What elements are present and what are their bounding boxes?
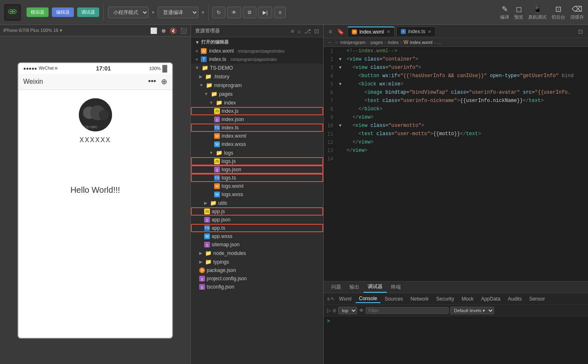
panel-git-icon[interactable]: ⎇ [304, 28, 311, 34]
console-eye-icon[interactable]: 👁 [359, 308, 364, 313]
record-icon[interactable]: ⏺ [161, 27, 166, 34]
open-editors-header[interactable]: ▼ 打开的编辑器 [191, 37, 323, 47]
devtools-tab-security[interactable]: Security [433, 295, 457, 303]
tab-wxml-close[interactable]: ✕ [387, 29, 390, 34]
close-icon-wxml[interactable]: ✕ [195, 49, 198, 53]
tree-item-app-ts[interactable]: TS app.ts [191, 224, 323, 232]
top-select[interactable]: top [338, 307, 357, 314]
tree-item-app-wxss[interactable]: W app.wxss [191, 232, 323, 240]
tree-item-logs-folder[interactable]: ▼ 📁 logs [191, 148, 323, 157]
tree-item-utils[interactable]: ▶ 📁 utils [191, 199, 323, 207]
open-file-item-wxml[interactable]: ✕ W index.wxml miniprogram/pages/index [191, 47, 323, 55]
tree-item-app-js[interactable]: JS app.js [191, 207, 323, 216]
collapse-10[interactable]: ▼ [338, 121, 345, 130]
preview-icon-button[interactable]: 👁 [227, 7, 241, 18]
fullscreen-icon[interactable]: ⬛ [180, 27, 187, 34]
tree-item-miniprogram[interactable]: ▼ 📁 miniprogram [191, 81, 323, 90]
tab-terminal[interactable]: 终端 [387, 282, 405, 292]
settings-button[interactable]: ⚙ [243, 7, 256, 18]
tree-item-logs-json[interactable]: {} logs.json [191, 165, 323, 174]
console-play-icon[interactable]: ▷ [327, 308, 331, 313]
tree-item-logs-js[interactable]: JS logs.js [191, 157, 323, 165]
tree-root[interactable]: ▼ 📁 TS-DEMO [191, 63, 323, 72]
tree-item-app-json[interactable]: {} app.json [191, 216, 323, 224]
tree-item-project-config[interactable]: {} project.config.json [191, 274, 323, 283]
level-select[interactable]: Default levels ▾ [450, 307, 494, 314]
line-content-12: </view> [345, 138, 588, 146]
back-action[interactable]: ⊡ 切后台 [551, 5, 565, 20]
breadcrumb-ellipsis[interactable]: ... [437, 40, 441, 45]
tree-item-pages[interactable]: ▼ 📁 pages [191, 90, 323, 98]
stack-button[interactable]: ≡ [274, 7, 286, 18]
line-num-5: 5 [324, 80, 338, 88]
tree-item-index-folder[interactable]: ▼ 📁 index [191, 98, 323, 107]
devtools-tab-mock[interactable]: Mock [458, 295, 477, 303]
tree-item-index-js[interactable]: JS index.js [191, 107, 323, 115]
panel-menu-icon[interactable]: ≡ [291, 28, 294, 34]
tab-problems[interactable]: 问题 [327, 282, 345, 292]
nav-forward-icon[interactable]: → [334, 40, 339, 45]
tree-item-typings[interactable]: ▶ 📁 typings [191, 257, 323, 266]
tab-index-ts[interactable]: T index.ts ✕ [396, 27, 436, 36]
tree-item-index-wxml[interactable]: W index.wxml [191, 132, 323, 140]
nav-back-icon[interactable]: ← [328, 40, 332, 45]
devtools-tab-network[interactable]: Network [407, 295, 432, 303]
forward-button[interactable]: ▶| [258, 7, 272, 18]
open-file-item-ts[interactable]: ✕ T index.ts miniprogram/pages/index [191, 55, 323, 63]
clear-cache-action[interactable]: ⌫ 清缓存 [570, 5, 584, 20]
close-icon-ts[interactable]: ✕ [195, 57, 198, 62]
debugger-button[interactable]: 调试器 [77, 7, 99, 17]
devtools-menu-icon[interactable]: ≡ [327, 296, 330, 302]
more-icon[interactable]: ••• [148, 77, 156, 86]
collapse-3[interactable]: ▼ [338, 63, 345, 72]
devtools-tab-sources[interactable]: Sources [381, 295, 406, 303]
devtools-tab-console[interactable]: Console [356, 295, 381, 303]
compile-action[interactable]: ✎ 编译 [500, 5, 509, 20]
tree-item-logs-ts[interactable]: TS logs.ts [191, 174, 323, 182]
tree-item-logs-wxml[interactable]: W logs.wxml [191, 182, 323, 190]
panel-split-icon[interactable]: ⊡ [314, 28, 319, 34]
console-block-icon[interactable]: ⊘ [332, 308, 337, 313]
filter-input[interactable] [366, 307, 449, 314]
devtools-tab-audits[interactable]: Audits [505, 295, 525, 303]
real-device-action[interactable]: 📱 真机调试 [528, 5, 547, 20]
miniprogram-label: miniprogram [214, 83, 242, 88]
sidebar-toggle-icon[interactable]: ≡ [327, 27, 334, 36]
collapse-2[interactable]: ▼ [338, 55, 345, 63]
code-area[interactable]: 1 <!--index.wxml--> 2 ▼ <view class="con… [324, 47, 588, 281]
add-icon[interactable]: ⊕ [161, 77, 167, 86]
mode-select[interactable]: 小程序模式 插件模式 [108, 7, 149, 18]
tab-ts-close[interactable]: ✕ [428, 29, 431, 34]
rotate-icon[interactable]: ⬜ [150, 27, 157, 34]
breadcrumb-miniprogram[interactable]: miniprogram [340, 40, 366, 45]
preview-action[interactable]: ◻ 预览 [514, 5, 523, 20]
editor-button[interactable]: 编辑器 [52, 7, 74, 17]
refresh-button[interactable]: ↻ [212, 7, 225, 18]
tree-item-sitemap-json[interactable]: {} sitemap.json [191, 240, 323, 249]
tab-debugger[interactable]: 调试器 [364, 281, 387, 293]
tree-item-history[interactable]: ▶ 📁 .history [191, 72, 323, 81]
devtools-tab-sensor[interactable]: Sensor [526, 295, 548, 303]
mute-icon[interactable]: 🔇 [170, 27, 177, 34]
tab-output[interactable]: 输出 [345, 282, 364, 292]
bookmark-icon[interactable]: 🔖 [335, 27, 346, 36]
tree-item-index-ts[interactable]: TS index.ts [191, 124, 323, 132]
tree-item-node-modules[interactable]: ▶ 📁 node_modules [191, 249, 323, 257]
devtools-tab-appdata[interactable]: AppData [478, 295, 504, 303]
collapse-5[interactable]: ▼ [338, 80, 345, 88]
tree-item-index-json[interactable]: {} index.json [191, 115, 323, 124]
split-editor-icon[interactable]: ⊡ [576, 27, 585, 36]
tree-item-package-json[interactable]: ⚙ package.json [191, 266, 323, 274]
tree-item-logs-wxss[interactable]: W logs.wxss [191, 190, 323, 199]
tab-index-wxml[interactable]: W index.wxml ✕ [347, 27, 394, 36]
devtools-tab-wxml[interactable]: Wxml [336, 295, 355, 303]
devtools-inspect-icon[interactable]: ↖ [331, 296, 335, 302]
breadcrumb-pages[interactable]: pages [371, 40, 383, 45]
breadcrumb-index[interactable]: index [388, 40, 398, 45]
device-icons: ⬜ ⏺ 🔇 ⬛ [150, 27, 187, 34]
tree-item-tsconfig[interactable]: {} tsconfig.json [191, 283, 323, 291]
simulator-button[interactable]: 模拟器 [27, 7, 49, 17]
panel-search-icon[interactable]: ⌕ [298, 28, 301, 34]
tree-item-index-wxss[interactable]: W index.wxss [191, 140, 323, 148]
compile-select[interactable]: 普通编译 自定义编译 [158, 7, 198, 18]
